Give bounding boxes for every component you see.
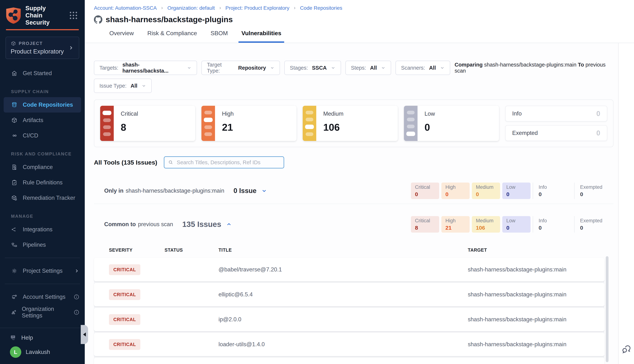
sidebar-item-account-settings[interactable]: Account Settings — [0, 289, 85, 304]
filter-scanners[interactable]: Scanners: All — [396, 61, 450, 75]
only-in-count[interactable]: 0 Issue — [233, 187, 256, 195]
tab-overview[interactable]: Overview — [106, 30, 137, 43]
info-icon[interactable] — [73, 294, 80, 300]
sidebar-item-artifacts[interactable]: Artifacts — [0, 112, 85, 128]
common-toggle[interactable] — [226, 222, 232, 227]
filter-value: Repository — [238, 65, 266, 71]
filter-steps[interactable]: Steps: All — [346, 61, 391, 75]
severity-card-high[interactable]: High 21 — [201, 106, 296, 141]
chat-widget-button[interactable] — [620, 344, 632, 356]
supply-chain-security-logo-icon — [6, 6, 22, 24]
chip-label: Critical — [415, 218, 435, 224]
breadcrumb-code-repositories[interactable]: Code Repositories — [300, 5, 342, 11]
high-severity-meter-icon — [201, 106, 215, 141]
infinity-icon — [11, 132, 18, 139]
pipelines-icon — [11, 242, 18, 248]
exempted-card[interactable]: Exempted 0 — [505, 125, 607, 141]
all-tools-heading: All Tools (135 Issues) — [94, 159, 157, 166]
user-menu[interactable]: L Lavakush — [0, 346, 85, 358]
sidebar-item-project-settings[interactable]: Project Settings — [0, 263, 85, 278]
table-row[interactable]: CRITICAL parse-path@4.0.4 shash-harness/… — [94, 358, 604, 364]
project-name: Product Exploratory — [11, 48, 64, 55]
severity-card-low[interactable]: Low 0 — [404, 106, 499, 141]
sidebar-item-rule-definitions[interactable]: Rule Definitions — [0, 175, 85, 190]
filter-stages[interactable]: Stages: SSCA — [284, 61, 341, 75]
breadcrumb-organization[interactable]: Organization: default — [167, 5, 215, 11]
table-header: SEVERITY STATUS TITLE TARGET — [94, 244, 604, 256]
sidebar-item-remediation-tracker[interactable]: Remediation Tracker — [0, 190, 85, 206]
sidebar-item-integrations[interactable]: Integrations — [0, 222, 85, 237]
severity-card-medium[interactable]: Medium 106 — [303, 106, 398, 141]
help-button[interactable]: ? Help — [0, 334, 85, 341]
comparing-word: Comparing — [455, 62, 483, 68]
project-selector[interactable]: PROJECT Product Exploratory — [6, 37, 79, 59]
filters-area: Targets: shash-harness/backsta... Target… — [94, 61, 613, 93]
severity-card-critical[interactable]: Critical 8 — [100, 106, 195, 141]
breadcrumb-account[interactable]: Account: Automation-SSCA — [94, 5, 157, 11]
module-grid-icon[interactable] — [68, 10, 79, 21]
search-input[interactable] — [176, 159, 280, 166]
issue-target: shash-harness/backstage-plugins:main — [468, 266, 604, 273]
svg-text:?: ? — [12, 336, 14, 338]
table-row[interactable]: CRITICAL elliptic@6.5.4 shash-harness/ba… — [94, 283, 604, 306]
integrations-icon — [11, 226, 18, 233]
filter-label: Target Type: — [207, 62, 234, 74]
table-row[interactable]: CRITICAL ip@2.0.0 shash-harness/backstag… — [94, 308, 604, 331]
severity-badge: CRITICAL — [109, 289, 140, 300]
search-box — [164, 156, 284, 168]
chip-info: Info 0 — [533, 216, 572, 232]
sidebar-item-compliance[interactable]: Compliance — [0, 160, 85, 175]
nav-heading-risk-compliance: RISK AND COMPLIANCE — [0, 152, 85, 156]
filter-label: Steps: — [351, 65, 366, 71]
table-row[interactable]: CRITICAL loader-utils@1.4.0 shash-harnes… — [94, 333, 604, 356]
comparing-to: To — [578, 62, 584, 68]
sidebar-item-code-repositories[interactable]: Code Repositories — [4, 97, 81, 112]
breadcrumb-project[interactable]: Project: Product Exploratory — [225, 5, 289, 11]
sidebar-item-label: Rule Definitions — [23, 179, 63, 186]
sidebar-item-cicd[interactable]: CI/CD — [0, 128, 85, 143]
severity-card-count: 106 — [323, 122, 344, 133]
account-layers-icon — [11, 294, 18, 300]
common-count[interactable]: 135 Issues — [182, 220, 221, 229]
tools-row: All Tools (135 Issues) — [94, 156, 613, 168]
info-icon[interactable] — [73, 309, 80, 316]
tab-risk-compliance[interactable]: Risk & Compliance — [144, 30, 200, 43]
filter-value: shash-harness/backsta... — [122, 62, 183, 74]
chip-label: Exempted — [580, 218, 609, 224]
chip-medium: Medium 106 — [472, 216, 500, 232]
chip-value: 0 — [539, 225, 568, 231]
clipboard-check-icon — [11, 179, 18, 186]
filter-target-type[interactable]: Target Type: Repository — [201, 61, 280, 75]
table-row[interactable]: CRITICAL @babel/traverse@7.20.1 shash-ha… — [94, 258, 604, 281]
sidebar-item-pipelines[interactable]: Pipelines — [0, 237, 85, 252]
medium-severity-meter-icon — [303, 106, 316, 141]
chip-value: 0 — [580, 191, 609, 198]
breadcrumb-separator-icon — [160, 6, 164, 10]
filter-targets[interactable]: Targets: shash-harness/backsta... — [94, 61, 197, 75]
tab-vulnerabilities[interactable]: Vulnerabilities — [238, 30, 284, 43]
column-header-status: STATUS — [165, 248, 218, 253]
sidebar-footer: ? Help L Lavakush — [0, 328, 85, 364]
chip-label: Medium — [476, 218, 496, 224]
remediation-box-icon — [11, 195, 18, 201]
nav-divider — [5, 284, 80, 284]
info-card[interactable]: Info 0 — [505, 106, 607, 122]
sidebar-item-get-started[interactable]: Get Started — [0, 66, 85, 81]
only-in-toggle[interactable] — [261, 188, 267, 194]
table-scrollbar[interactable] — [606, 256, 608, 362]
chip-value: 106 — [476, 225, 496, 231]
sidebar-item-organization-settings[interactable]: Organization Settings — [0, 304, 85, 320]
chip-label: Info — [539, 218, 568, 224]
issue-title: elliptic@6.5.4 — [218, 291, 468, 298]
chip-low: Low 0 — [502, 216, 530, 232]
tab-sbom[interactable]: SBOM — [208, 30, 231, 43]
chat-bubbles-icon — [620, 344, 632, 355]
chevron-down-icon — [261, 188, 267, 194]
issue-target: shash-harness/backstage-plugins:main — [468, 341, 604, 348]
filter-issue-type[interactable]: Issue Type: All — [94, 79, 152, 93]
sidebar-collapse-handle[interactable] — [81, 325, 88, 344]
issue-target: shash-harness/backstage-plugins:main — [468, 316, 604, 323]
chevron-down-icon — [187, 66, 191, 70]
issues-list: CRITICAL @babel/traverse@7.20.1 shash-ha… — [94, 258, 604, 364]
severity-card-label: Medium — [323, 110, 344, 117]
